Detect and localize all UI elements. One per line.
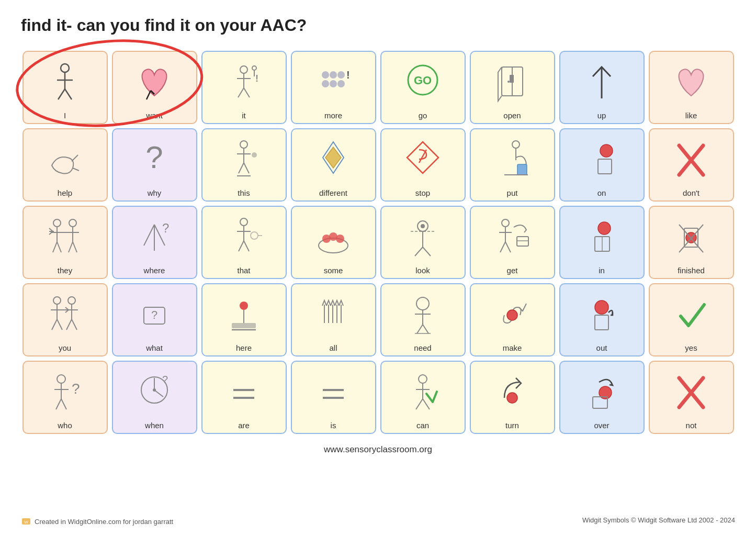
svg-point-95 [68, 297, 75, 304]
symbol-cell-get[interactable]: get [470, 206, 555, 279]
svg-point-25 [507, 81, 510, 83]
symbol-cell-dont[interactable]: don't [649, 128, 734, 202]
symbol-icon-out [562, 288, 641, 341]
symbol-cell-make[interactable]: make [470, 283, 555, 356]
svg-point-14 [330, 71, 337, 79]
symbol-cell-they[interactable]: they [22, 206, 108, 279]
symbol-cell-help[interactable]: help [22, 128, 108, 202]
symbol-label-it: it [242, 111, 246, 120]
svg-line-85 [505, 242, 511, 252]
symbol-cell-some[interactable]: some [291, 206, 376, 279]
symbol-cell-this[interactable]: this [201, 128, 287, 202]
symbol-label-stop: stop [415, 188, 430, 197]
symbol-label-can: can [416, 421, 429, 430]
svg-point-30 [240, 141, 247, 148]
symbol-cell-in[interactable]: in [559, 206, 645, 279]
symbol-label-turn: turn [505, 421, 519, 430]
svg-point-140 [419, 375, 427, 383]
symbol-cell-that[interactable]: that [201, 206, 287, 279]
symbol-cell-can[interactable]: can [380, 361, 466, 434]
symbol-cell-when[interactable]: ? when [112, 361, 197, 434]
symbol-cell-where[interactable]: ? where [112, 206, 197, 279]
symbol-cell-out[interactable]: out [559, 283, 645, 356]
symbol-label-over: over [594, 421, 609, 430]
symbol-grid: I want ! it ! more GO go open up like [22, 51, 734, 434]
symbol-cell-turn[interactable]: turn [470, 361, 555, 434]
symbol-cell-over[interactable]: over [559, 361, 645, 434]
symbol-icon-stop [383, 133, 462, 186]
symbol-icon-they [26, 211, 105, 264]
svg-line-133 [154, 390, 163, 397]
page-title: find it- can you find it on your AAC? [21, 16, 735, 35]
symbol-cell-yes[interactable]: yes [649, 283, 734, 356]
symbol-cell-is[interactable]: is [291, 361, 376, 434]
symbol-cell-look[interactable]: look [380, 206, 466, 279]
symbol-label-put: put [507, 188, 518, 197]
svg-point-0 [61, 64, 69, 72]
symbol-icon-I [26, 56, 105, 109]
symbol-icon-when: ? [115, 366, 194, 419]
svg-line-8 [238, 88, 244, 97]
symbol-icon-different [294, 133, 373, 186]
symbol-cell-want[interactable]: want [112, 51, 197, 124]
svg-point-64 [240, 218, 247, 226]
symbol-label-when: when [145, 421, 164, 430]
symbol-cell-like[interactable]: like [649, 51, 734, 124]
symbol-icon-in [562, 211, 641, 264]
symbol-cell-here[interactable]: here [201, 283, 287, 356]
symbol-cell-on[interactable]: on [559, 128, 645, 202]
svg-point-10 [252, 66, 256, 70]
svg-point-15 [337, 71, 345, 79]
svg-line-119 [417, 325, 423, 333]
symbol-cell-more[interactable]: ! more [291, 51, 376, 124]
svg-rect-109 [232, 323, 256, 328]
symbol-cell-go[interactable]: GO go [380, 51, 466, 124]
symbol-icon-yes [652, 288, 731, 341]
svg-line-54 [53, 242, 57, 252]
svg-line-120 [423, 325, 428, 333]
symbol-label-here: here [236, 343, 252, 352]
svg-line-55 [57, 242, 61, 252]
symbol-cell-what[interactable]: ? what [112, 283, 197, 356]
symbol-cell-it[interactable]: ! it [201, 51, 287, 124]
svg-point-31 [252, 152, 257, 158]
symbol-icon-help [26, 133, 105, 186]
footer-bottom: W Created in WidgitOnline.com for jordan… [21, 516, 735, 527]
symbol-icon-it: ! [205, 56, 284, 109]
symbol-icon-up [562, 56, 641, 109]
symbol-cell-different[interactable]: different [291, 128, 376, 202]
symbol-cell-you[interactable]: you [22, 283, 108, 356]
symbol-label-look: look [415, 266, 430, 275]
symbol-cell-open[interactable]: open [470, 51, 555, 124]
svg-line-68 [244, 241, 249, 251]
symbol-label-why: why [148, 188, 162, 197]
footer-url: www.sensoryclassroom.org [21, 444, 735, 455]
symbol-icon-on [562, 133, 641, 186]
symbol-cell-all[interactable]: all [291, 283, 376, 356]
symbol-label-where: where [144, 266, 165, 275]
svg-point-81 [502, 219, 509, 227]
svg-line-35 [244, 163, 249, 173]
symbol-cell-stop[interactable]: stop [380, 128, 466, 202]
symbol-cell-why[interactable]: ? why [112, 128, 197, 202]
svg-point-16 [322, 80, 329, 87]
symbol-icon-that [205, 211, 284, 264]
symbol-icon-more: ! [294, 56, 373, 109]
symbol-cell-put[interactable]: put [470, 128, 555, 202]
symbol-cell-are[interactable]: are [201, 361, 287, 434]
svg-line-80 [423, 247, 431, 256]
symbol-icon-open [473, 56, 552, 109]
symbol-cell-up[interactable]: up [559, 51, 645, 124]
svg-line-27 [72, 155, 78, 161]
svg-line-56 [69, 242, 73, 252]
svg-point-5 [240, 66, 247, 73]
svg-point-122 [507, 310, 517, 320]
symbol-cell-finished[interactable]: finished [649, 206, 734, 279]
symbol-cell-not[interactable]: not [649, 361, 734, 434]
svg-point-49 [69, 219, 76, 227]
symbol-cell-need[interactable]: need [380, 283, 466, 356]
svg-line-144 [423, 399, 430, 409]
symbol-cell-I[interactable]: I [22, 51, 108, 124]
symbol-cell-who[interactable]: ? who [22, 361, 108, 434]
symbol-icon-finished [652, 211, 731, 264]
